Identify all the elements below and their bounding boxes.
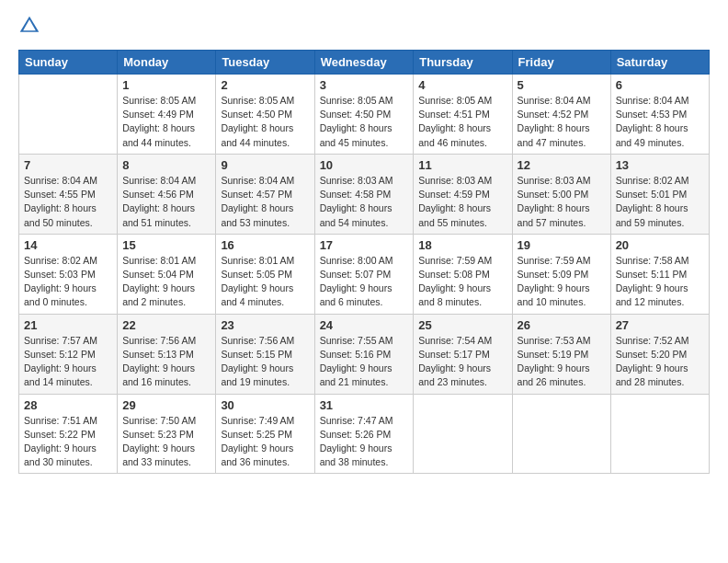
day-header-thursday: Thursday	[414, 51, 512, 75]
calendar-cell: 27Sunrise: 7:52 AM Sunset: 5:20 PM Dayli…	[610, 314, 709, 394]
calendar-week-row: 7Sunrise: 8:04 AM Sunset: 4:55 PM Daylig…	[19, 154, 710, 234]
calendar: SundayMondayTuesdayWednesdayThursdayFrid…	[18, 50, 710, 474]
day-info: Sunrise: 7:56 AM Sunset: 5:15 PM Dayligh…	[221, 334, 309, 390]
day-info: Sunrise: 8:00 AM Sunset: 5:07 PM Dayligh…	[320, 254, 409, 310]
calendar-cell	[610, 394, 709, 474]
calendar-header-row: SundayMondayTuesdayWednesdayThursdayFrid…	[19, 51, 710, 75]
day-number: 16	[221, 238, 309, 252]
day-info: Sunrise: 8:04 AM Sunset: 4:57 PM Dayligh…	[221, 174, 309, 230]
calendar-cell: 24Sunrise: 7:55 AM Sunset: 5:16 PM Dayli…	[314, 314, 414, 394]
day-number: 23	[221, 318, 309, 332]
day-number: 24	[320, 318, 409, 332]
day-info: Sunrise: 7:59 AM Sunset: 5:08 PM Dayligh…	[418, 254, 506, 310]
day-number: 26	[518, 318, 606, 332]
day-header-friday: Friday	[512, 51, 610, 75]
calendar-week-row: 21Sunrise: 7:57 AM Sunset: 5:12 PM Dayli…	[19, 314, 710, 394]
day-info: Sunrise: 8:05 AM Sunset: 4:49 PM Dayligh…	[122, 94, 210, 150]
day-info: Sunrise: 7:52 AM Sunset: 5:20 PM Dayligh…	[616, 334, 704, 390]
day-number: 13	[616, 158, 704, 172]
day-number: 6	[616, 78, 704, 92]
day-info: Sunrise: 7:57 AM Sunset: 5:12 PM Dayligh…	[24, 334, 112, 390]
day-info: Sunrise: 8:04 AM Sunset: 4:55 PM Dayligh…	[24, 174, 112, 230]
day-info: Sunrise: 8:03 AM Sunset: 4:58 PM Dayligh…	[320, 174, 409, 230]
day-number: 10	[320, 158, 409, 172]
day-number: 20	[616, 238, 704, 252]
calendar-cell: 30Sunrise: 7:49 AM Sunset: 5:25 PM Dayli…	[216, 394, 314, 474]
day-info: Sunrise: 7:47 AM Sunset: 5:26 PM Dayligh…	[320, 414, 409, 470]
day-header-wednesday: Wednesday	[314, 51, 414, 75]
day-number: 2	[221, 78, 309, 92]
day-info: Sunrise: 8:01 AM Sunset: 5:05 PM Dayligh…	[221, 254, 309, 310]
day-number: 15	[122, 238, 210, 252]
day-number: 25	[418, 318, 506, 332]
calendar-cell: 11Sunrise: 8:03 AM Sunset: 4:59 PM Dayli…	[414, 154, 512, 234]
calendar-cell: 29Sunrise: 7:50 AM Sunset: 5:23 PM Dayli…	[118, 394, 216, 474]
day-info: Sunrise: 7:51 AM Sunset: 5:22 PM Dayligh…	[24, 414, 112, 470]
calendar-cell: 3Sunrise: 8:05 AM Sunset: 4:50 PM Daylig…	[314, 75, 414, 155]
calendar-cell: 23Sunrise: 7:56 AM Sunset: 5:15 PM Dayli…	[216, 314, 314, 394]
calendar-cell: 10Sunrise: 8:03 AM Sunset: 4:58 PM Dayli…	[314, 154, 414, 234]
day-info: Sunrise: 7:55 AM Sunset: 5:16 PM Dayligh…	[320, 334, 409, 390]
day-number: 22	[122, 318, 210, 332]
day-info: Sunrise: 7:49 AM Sunset: 5:25 PM Dayligh…	[221, 414, 309, 470]
day-info: Sunrise: 8:05 AM Sunset: 4:51 PM Dayligh…	[418, 94, 506, 150]
logo	[18, 15, 42, 39]
calendar-cell: 31Sunrise: 7:47 AM Sunset: 5:26 PM Dayli…	[314, 394, 414, 474]
calendar-cell: 19Sunrise: 7:59 AM Sunset: 5:09 PM Dayli…	[512, 234, 610, 314]
calendar-cell	[19, 75, 118, 155]
day-info: Sunrise: 7:58 AM Sunset: 5:11 PM Dayligh…	[616, 254, 704, 310]
day-header-tuesday: Tuesday	[216, 51, 314, 75]
calendar-cell: 20Sunrise: 7:58 AM Sunset: 5:11 PM Dayli…	[610, 234, 709, 314]
day-info: Sunrise: 8:05 AM Sunset: 4:50 PM Dayligh…	[221, 94, 309, 150]
calendar-cell: 1Sunrise: 8:05 AM Sunset: 4:49 PM Daylig…	[118, 75, 216, 155]
day-header-sunday: Sunday	[19, 51, 118, 75]
day-number: 14	[24, 238, 112, 252]
day-number: 18	[418, 238, 506, 252]
day-info: Sunrise: 8:02 AM Sunset: 5:01 PM Dayligh…	[616, 174, 704, 230]
calendar-cell: 17Sunrise: 8:00 AM Sunset: 5:07 PM Dayli…	[314, 234, 414, 314]
day-number: 9	[221, 158, 309, 172]
day-info: Sunrise: 7:53 AM Sunset: 5:19 PM Dayligh…	[518, 334, 606, 390]
calendar-cell	[512, 394, 610, 474]
calendar-cell: 2Sunrise: 8:05 AM Sunset: 4:50 PM Daylig…	[216, 75, 314, 155]
day-info: Sunrise: 7:50 AM Sunset: 5:23 PM Dayligh…	[122, 414, 210, 470]
calendar-cell: 8Sunrise: 8:04 AM Sunset: 4:56 PM Daylig…	[118, 154, 216, 234]
calendar-cell: 6Sunrise: 8:04 AM Sunset: 4:53 PM Daylig…	[610, 75, 709, 155]
day-info: Sunrise: 7:59 AM Sunset: 5:09 PM Dayligh…	[518, 254, 606, 310]
day-number: 17	[320, 238, 409, 252]
day-number: 19	[518, 238, 606, 252]
day-number: 7	[24, 158, 112, 172]
logo-icon	[18, 15, 40, 37]
calendar-cell: 21Sunrise: 7:57 AM Sunset: 5:12 PM Dayli…	[19, 314, 118, 394]
day-number: 3	[320, 78, 409, 92]
day-number: 29	[122, 398, 210, 412]
day-info: Sunrise: 8:04 AM Sunset: 4:52 PM Dayligh…	[518, 94, 606, 150]
calendar-week-row: 28Sunrise: 7:51 AM Sunset: 5:22 PM Dayli…	[19, 394, 710, 474]
day-number: 30	[221, 398, 309, 412]
calendar-cell	[414, 394, 512, 474]
day-number: 21	[24, 318, 112, 332]
calendar-cell: 4Sunrise: 8:05 AM Sunset: 4:51 PM Daylig…	[414, 75, 512, 155]
day-info: Sunrise: 8:02 AM Sunset: 5:03 PM Dayligh…	[24, 254, 112, 310]
calendar-cell: 18Sunrise: 7:59 AM Sunset: 5:08 PM Dayli…	[414, 234, 512, 314]
day-number: 12	[518, 158, 606, 172]
calendar-week-row: 1Sunrise: 8:05 AM Sunset: 4:49 PM Daylig…	[19, 75, 710, 155]
day-info: Sunrise: 7:56 AM Sunset: 5:13 PM Dayligh…	[122, 334, 210, 390]
day-number: 8	[122, 158, 210, 172]
calendar-cell: 12Sunrise: 8:03 AM Sunset: 5:00 PM Dayli…	[512, 154, 610, 234]
day-number: 28	[24, 398, 112, 412]
day-info: Sunrise: 7:54 AM Sunset: 5:17 PM Dayligh…	[418, 334, 506, 390]
day-info: Sunrise: 8:04 AM Sunset: 4:53 PM Dayligh…	[616, 94, 704, 150]
day-info: Sunrise: 8:03 AM Sunset: 5:00 PM Dayligh…	[518, 174, 606, 230]
calendar-cell: 28Sunrise: 7:51 AM Sunset: 5:22 PM Dayli…	[19, 394, 118, 474]
day-number: 11	[418, 158, 506, 172]
calendar-cell: 15Sunrise: 8:01 AM Sunset: 5:04 PM Dayli…	[118, 234, 216, 314]
day-number: 4	[418, 78, 506, 92]
day-number: 5	[518, 78, 606, 92]
day-number: 31	[320, 398, 409, 412]
page-header	[18, 15, 710, 39]
calendar-cell: 16Sunrise: 8:01 AM Sunset: 5:05 PM Dayli…	[216, 234, 314, 314]
calendar-cell: 13Sunrise: 8:02 AM Sunset: 5:01 PM Dayli…	[610, 154, 709, 234]
calendar-cell: 7Sunrise: 8:04 AM Sunset: 4:55 PM Daylig…	[19, 154, 118, 234]
day-info: Sunrise: 8:05 AM Sunset: 4:50 PM Dayligh…	[320, 94, 409, 150]
